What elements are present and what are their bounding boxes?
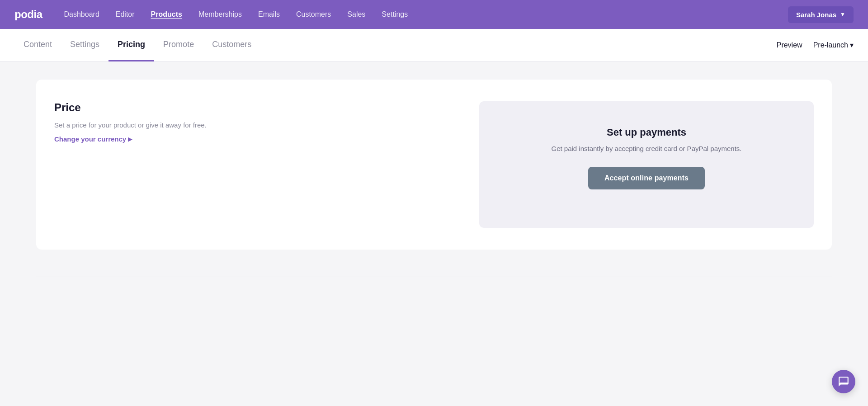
nav-products[interactable]: Products xyxy=(151,10,182,19)
nav-right: Sarah Jonas ▼ xyxy=(788,6,854,23)
user-name: Sarah Jonas xyxy=(796,11,836,19)
payments-section: Set up payments Get paid instantly by ac… xyxy=(479,101,814,228)
nav-emails[interactable]: Emails xyxy=(258,10,280,19)
main-content: Price Set a price for your product or gi… xyxy=(0,61,868,406)
logo[interactable]: podia xyxy=(14,8,42,21)
nav-editor[interactable]: Editor xyxy=(116,10,135,19)
nav-settings[interactable]: Settings xyxy=(382,10,408,19)
section-divider xyxy=(36,277,832,277)
pre-launch-label: Pre-launch xyxy=(813,41,848,49)
tab-settings[interactable]: Settings xyxy=(61,29,108,61)
preview-button[interactable]: Preview xyxy=(777,41,802,49)
top-navigation: podia Dashboard Editor Products Membersh… xyxy=(0,0,868,29)
chevron-down-icon: ▼ xyxy=(840,11,845,18)
nav-sales[interactable]: Sales xyxy=(347,10,365,19)
price-title: Price xyxy=(54,101,461,114)
nav-links: Dashboard Editor Products Memberships Em… xyxy=(64,10,788,19)
sub-nav-links: Content Settings Pricing Promote Custome… xyxy=(14,29,777,61)
arrow-right-icon: ▶ xyxy=(128,136,132,142)
tab-pricing[interactable]: Pricing xyxy=(108,29,154,61)
tab-content[interactable]: Content xyxy=(14,29,61,61)
user-menu-button[interactable]: Sarah Jonas ▼ xyxy=(788,6,854,23)
sub-nav-right: Preview Pre-launch ▾ xyxy=(777,41,854,49)
accept-online-payments-button[interactable]: Accept online payments xyxy=(588,167,705,189)
nav-dashboard[interactable]: Dashboard xyxy=(64,10,99,19)
setup-payments-title: Set up payments xyxy=(607,127,686,138)
nav-customers[interactable]: Customers xyxy=(296,10,331,19)
price-section: Price Set a price for your product or gi… xyxy=(54,101,461,143)
pre-launch-button[interactable]: Pre-launch ▾ xyxy=(813,41,854,49)
change-currency-link[interactable]: Change your currency ▶ xyxy=(54,135,461,143)
sub-navigation: Content Settings Pricing Promote Custome… xyxy=(0,29,868,61)
chevron-down-icon: ▾ xyxy=(850,41,854,49)
chat-bubble-button[interactable] xyxy=(832,370,855,393)
setup-payments-description: Get paid instantly by accepting credit c… xyxy=(551,145,741,152)
nav-memberships[interactable]: Memberships xyxy=(198,10,242,19)
price-description: Set a price for your product or give it … xyxy=(54,121,461,129)
change-currency-label: Change your currency xyxy=(54,135,126,143)
chat-icon xyxy=(838,376,849,387)
tab-customers[interactable]: Customers xyxy=(203,29,260,61)
pricing-card: Price Set a price for your product or gi… xyxy=(36,80,832,250)
tab-promote[interactable]: Promote xyxy=(154,29,203,61)
